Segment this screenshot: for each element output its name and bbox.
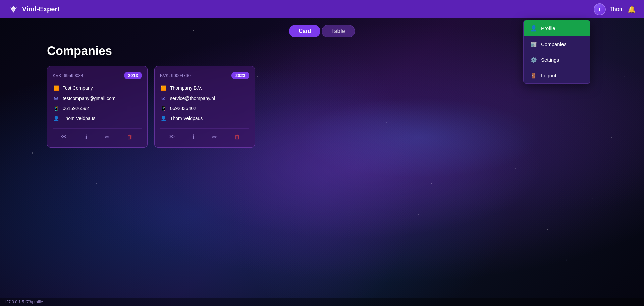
card-phone-row-1: 📱 0615926592 — [53, 105, 142, 112]
company-contact-2: Thom Veldpaus — [170, 116, 203, 121]
person-icon-2: 👤 — [160, 115, 167, 122]
card-header-2: KVK: 90004760 2023 — [160, 72, 249, 79]
dropdown-item-companies-label: Companies — [541, 41, 567, 47]
logout-icon: 🚪 — [530, 72, 537, 79]
company-name-1: Test Company — [63, 85, 93, 91]
card-view-button[interactable]: Card — [289, 25, 320, 37]
dropdown-item-settings-label: Settings — [541, 57, 559, 63]
navbar: Vind-Expert T Thom 🔔 — [0, 0, 644, 18]
edit-button-1[interactable]: ✏ — [102, 132, 112, 142]
status-bar: 127.0.0.1:5173/profile — [0, 298, 644, 306]
avatar-img: T — [594, 4, 605, 15]
brand-link[interactable]: Vind-Expert — [8, 4, 60, 15]
notification-icon[interactable]: 🔔 — [628, 5, 636, 13]
dropdown-menu: 👤 Profile 🏢 Companies ⚙️ Settings 🚪 Logo… — [523, 20, 590, 84]
company-card-2: KVK: 90004760 2023 🟧 Thompany B.V. ✉ ser… — [154, 66, 255, 148]
user-name: Thom — [610, 6, 624, 12]
view-button-2[interactable]: 👁 — [166, 132, 177, 142]
status-url: 127.0.0.1:5173/profile — [4, 300, 43, 304]
card-name-row-2: 🟧 Thompany B.V. — [160, 85, 249, 91]
brand-icon — [8, 4, 19, 15]
company-phone-1: 0615926592 — [63, 106, 89, 111]
company-email-1: testcompany@gmail.com — [63, 96, 115, 101]
company-name-2: Thompany B.V. — [170, 85, 202, 91]
year-badge-1: 2013 — [124, 72, 142, 79]
email-icon-2: ✉ — [160, 95, 167, 102]
kvk-number-1: KVK: 69599084 — [53, 73, 83, 78]
companies-icon: 🏢 — [530, 41, 537, 47]
profile-icon: 👤 — [530, 25, 537, 32]
company-email-2: service@thompany.nl — [170, 96, 215, 101]
info-button-2[interactable]: ℹ — [190, 132, 197, 142]
table-view-button[interactable]: Table — [322, 25, 355, 37]
person-icon-1: 👤 — [53, 115, 59, 122]
company-phone-2: 0692836402 — [170, 106, 196, 111]
company-card-1: KVK: 69599084 2013 🟧 Test Company ✉ test… — [47, 66, 148, 148]
card-phone-row-2: 📱 0692836402 — [160, 105, 249, 112]
delete-button-1[interactable]: 🗑 — [124, 132, 136, 142]
kvk-number-2: KVK: 90004760 — [160, 73, 191, 78]
card-contact-row-2: 👤 Thom Veldpaus — [160, 115, 249, 122]
card-info-1: 🟧 Test Company ✉ testcompany@gmail.com 📱… — [53, 85, 142, 122]
card-actions-2: 👁 ℹ ✏ 🗑 — [160, 128, 249, 142]
year-badge-2: 2023 — [231, 72, 249, 79]
delete-button-2[interactable]: 🗑 — [232, 132, 243, 142]
dropdown-item-logout[interactable]: 🚪 Logout — [524, 68, 590, 83]
card-email-row-1: ✉ testcompany@gmail.com — [53, 95, 142, 102]
company-icon-1: 🟧 — [53, 85, 59, 91]
card-info-2: 🟧 Thompany B.V. ✉ service@thompany.nl 📱 … — [160, 85, 249, 122]
info-button-1[interactable]: ℹ — [82, 132, 90, 142]
company-icon-2: 🟧 — [160, 85, 167, 91]
dropdown-item-logout-label: Logout — [541, 73, 556, 78]
dropdown-item-profile[interactable]: 👤 Profile — [524, 20, 590, 36]
phone-icon-1: 📱 — [53, 105, 59, 112]
card-actions-1: 👁 ℹ ✏ 🗑 — [53, 128, 142, 142]
dropdown-item-settings[interactable]: ⚙️ Settings — [524, 52, 590, 68]
card-contact-row-1: 👤 Thom Veldpaus — [53, 115, 142, 122]
edit-button-2[interactable]: ✏ — [209, 132, 220, 142]
card-name-row-1: 🟧 Test Company — [53, 85, 142, 91]
brand-name: Vind-Expert — [22, 5, 60, 13]
avatar: T — [594, 3, 606, 15]
dropdown-item-companies[interactable]: 🏢 Companies — [524, 36, 590, 52]
card-email-row-2: ✉ service@thompany.nl — [160, 95, 249, 102]
company-contact-1: Thom Veldpaus — [63, 116, 95, 121]
settings-icon: ⚙️ — [530, 57, 537, 63]
card-header-1: KVK: 69599084 2013 — [53, 72, 142, 79]
phone-icon-2: 📱 — [160, 105, 167, 112]
email-icon-1: ✉ — [53, 95, 59, 102]
view-button-1[interactable]: 👁 — [59, 132, 70, 142]
navbar-right: T Thom 🔔 — [594, 3, 636, 15]
dropdown-item-profile-label: Profile — [541, 25, 555, 31]
